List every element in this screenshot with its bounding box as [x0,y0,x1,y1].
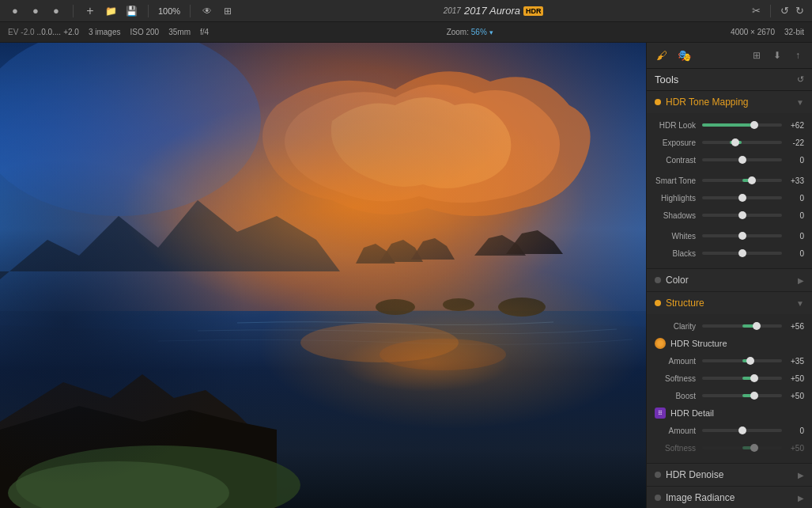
top-toolbar: ● ● ● + 📁 💾 100% 👁 ⊞ 2017 2017 Aurora HD… [0,0,812,22]
section-structure-header[interactable]: Structure ▼ [647,292,812,314]
slider-track-smarttone[interactable] [702,179,782,182]
slider-thumb-smarttone [748,176,756,184]
window-close-icon[interactable]: ● [8,6,22,17]
slider-row-clarity: Clarity +56 [647,317,812,335]
brush-tool-icon[interactable]: 🖌 [653,47,670,63]
hdr-structure-label: HDR Structure [670,339,727,348]
panel-view-icon[interactable]: ⊞ [749,47,765,63]
toolbar-separator-3 [190,5,191,17]
slider-row-shadows: Shadows 0 [647,207,812,224]
zoom-percent: 100% [158,6,180,16]
slider-track-boost[interactable] [702,394,782,397]
slider-track-contrast[interactable] [702,158,782,161]
slider-track-exposure[interactable] [702,141,782,144]
scissors-icon[interactable]: ✂ [752,5,761,17]
toolbar-right-icons: ✂ ↺ ↻ [752,5,804,17]
photo-background [0,43,646,508]
slider-track-hdramt[interactable] [702,359,782,362]
tools-header: Tools ↺ [647,69,812,91]
bitdepth: 32-bit [784,28,804,36]
panel-download-icon[interactable]: ⬇ [769,47,785,63]
slider-row-boost: Boost +50 [647,387,812,404]
slider-value-highlights: 0 [782,194,804,203]
slider-row-blacks: Blacks 0 [647,245,812,262]
slider-thumb-clarity [753,322,761,330]
layout-icon[interactable]: ⊞ [221,6,235,17]
slider-row-whites: Whites 0 [647,227,812,245]
ev-minus-val: -2.0 [21,28,34,36]
toolbar-separator [73,5,74,17]
color-dot [655,277,661,283]
section-structure: Structure ▼ Clarity +56 HDR Structure [647,292,812,464]
section-hdr-denoise: HDR Denoise ▶ [647,464,812,487]
slider-label-whites: Whites [655,232,702,241]
section-hdr-denoise-header[interactable]: HDR Denoise ▶ [647,464,812,486]
slider-label-highlights: Highlights [655,194,702,203]
aperture: f/4 [200,28,209,36]
folder-icon[interactable]: 📁 [104,6,118,17]
denoise-dot [655,472,661,478]
resolution: 4000 × 2670 [731,28,775,36]
slider-row-softness: Softness +50 [647,370,812,387]
window-maximize-icon[interactable]: ● [49,6,63,17]
focal-length: 35mm [168,28,191,36]
save-icon[interactable]: 💾 [124,6,138,17]
slider-value-whites: 0 [782,232,804,241]
main-area: 🖌 🎭 ⊞ ⬇ ↑ Tools ↺ HDR Tone Mapping ▼ HDR… [0,43,812,508]
slider-row-hdrlook: HDR Look +62 [647,116,812,134]
section-color-header[interactable]: Color ▶ [647,269,812,291]
zoom-label: Zoom: [447,28,469,36]
slider-track-detail-amt[interactable] [702,429,782,432]
slider-thumb-softness [750,374,758,382]
slider-value-hdrlook: +62 [782,121,804,130]
section-image-radiance-header[interactable]: Image Radiance ▶ [647,487,812,508]
slider-thumb-hdrlook [750,121,758,129]
slider-track-hdrlook[interactable] [702,123,782,127]
slider-thumb-hdramt [746,357,754,365]
window-minimize-icon[interactable]: ● [28,6,43,17]
undo-icon[interactable]: ↺ [780,5,789,17]
slider-label-contrast: Contrast [655,156,702,165]
slider-value-detail-soft: +50 [782,444,804,453]
slider-thumb-shadows [738,211,746,219]
slider-track-whites[interactable] [702,234,782,237]
slider-value-clarity: +56 [782,322,804,331]
new-icon[interactable]: + [83,6,97,17]
redo-icon[interactable]: ↻ [795,5,804,17]
toolbar-separator-4 [770,5,771,17]
slider-track-shadows[interactable] [702,214,782,217]
hdr-badge: HDR [523,6,544,16]
sub-section-hdr-detail: ⠿ HDR Detail [647,404,812,422]
slider-row-detail-amt: Amount 0 [647,422,812,439]
slider-row-highlights: Highlights 0 [647,189,812,207]
eye-icon[interactable]: 👁 [200,6,214,17]
radiance-arrow: ▶ [798,494,804,502]
radiance-dot [655,495,661,501]
slider-track-clarity[interactable] [702,324,782,328]
slider-thumb-detail-soft [750,444,758,452]
slider-value-boost: +50 [782,392,804,400]
slider-label-hdrlook: HDR Look [655,121,702,130]
slider-value-detail-amt: 0 [782,426,804,435]
zoom-dropdown-arrow[interactable]: ▾ [489,28,493,36]
second-toolbar: EV -2.0 ..0.0.... +2.0 3 images ISO 200 … [0,22,812,43]
ev-label: EV [8,28,18,36]
zoom-display: Zoom: 56% ▾ [447,28,493,36]
image-area [0,43,646,508]
slider-label-smarttone: Smart Tone [655,176,702,185]
slider-track-detail-soft[interactable] [702,446,782,449]
section-hdr-tone-header[interactable]: HDR Tone Mapping ▼ [647,91,812,113]
slider-track-softness[interactable] [702,377,782,380]
aurora-logo-text: 2017 Aurora [464,5,520,17]
ev-display: EV -2.0 ..0.0.... +2.0 [8,28,79,36]
slider-row-hdramt: Amount +35 [647,352,812,370]
slider-label-clarity: Clarity [655,322,702,331]
slider-value-contrast: 0 [782,156,804,165]
slider-track-highlights[interactable] [702,196,782,199]
panel-share-icon[interactable]: ↑ [790,47,806,63]
slider-value-shadows: 0 [782,211,804,220]
mask-tool-icon[interactable]: 🎭 [675,47,693,63]
tools-refresh-icon[interactable]: ↺ [797,74,804,85]
slider-thumb-exposure [731,138,739,146]
slider-track-blacks[interactable] [702,252,782,255]
